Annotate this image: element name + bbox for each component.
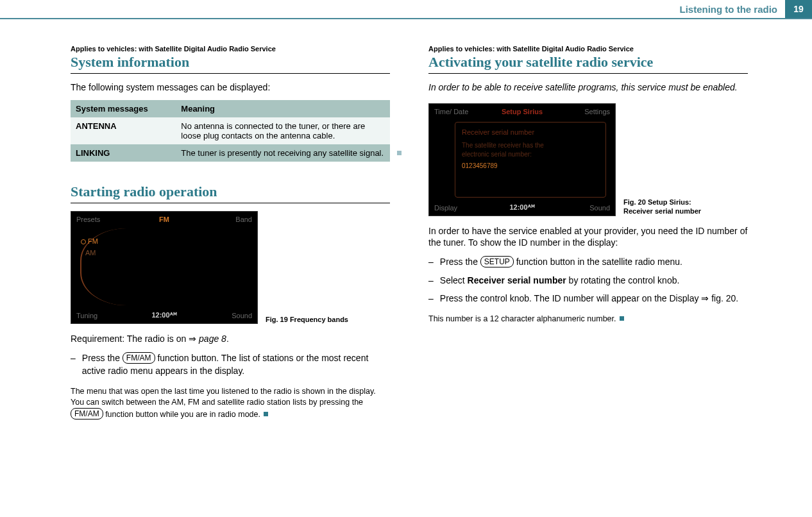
mmi-settings-label: Settings	[584, 108, 610, 115]
dash-icon: –	[428, 274, 434, 287]
mmi-box-line: electronic serial number:	[462, 150, 599, 159]
footer-note: The menu that was open the last time you…	[71, 386, 390, 420]
note-post: function button while you are in radio m…	[103, 410, 260, 419]
heading-activating-satellite: Activating your satellite radio service	[428, 54, 748, 74]
dash-icon: –	[71, 352, 76, 378]
mmi-serial-number: 0123456789	[462, 162, 599, 171]
footnote-text: This number is a 12 character alphanumer…	[428, 314, 616, 323]
mmi-option-fm: FM	[88, 237, 98, 245]
list-item: – Press the FM/AM function button. The l…	[71, 352, 390, 378]
step-text: Select	[440, 275, 468, 285]
end-square-icon	[264, 412, 268, 416]
step-text: Press the	[440, 257, 480, 267]
fm-am-button[interactable]: FM/AM	[71, 408, 103, 420]
end-square-icon	[620, 316, 624, 321]
page-number: 19	[785, 0, 812, 18]
step-text: Press the	[82, 353, 123, 363]
applies-to-label: Applies to vehicles: with Satellite Digi…	[71, 45, 390, 53]
mmi-arc-icon	[80, 228, 126, 305]
step-text: Press the control knob. The ID number wi…	[440, 293, 702, 303]
mmi-screen-fig19: Presets FM Band FM AM Tuning 12:00ᴬᴹ Sou…	[71, 211, 258, 324]
th-system-messages: System mes­sages	[71, 100, 176, 117]
lead-text: In order to be able to receive satellite…	[428, 81, 748, 94]
right-column: Applies to vehicles: with Satellite Digi…	[428, 45, 748, 420]
th-meaning: Meaning	[176, 100, 390, 117]
cell-antenna: ANTENNA	[71, 117, 176, 144]
note-pre: The menu that was open the last time you…	[71, 387, 376, 407]
system-messages-table: System mes­sages Meaning ANTENNA No ante…	[71, 100, 390, 162]
heading-system-information: System information	[71, 54, 390, 74]
dash-icon: –	[428, 255, 434, 268]
instruction-list-right: – Press the SETUP function button in the…	[428, 255, 748, 305]
req-pre: Requirement: The radio is on	[71, 334, 189, 344]
mmi-option-am: AM	[85, 249, 96, 257]
list-item: – Press the control knob. The ID number …	[428, 292, 748, 305]
table-header-row: System mes­sages Meaning	[71, 100, 390, 117]
mid-text: In order to have the service enabled at …	[428, 225, 748, 250]
arrow-icon: ⇒	[189, 334, 196, 344]
mmi-top-center-fm: FM	[71, 216, 257, 223]
cell-linking: LINKING	[71, 144, 176, 162]
fig19-caption: Fig. 19 Frequency bands	[266, 315, 362, 324]
figure-19: Presets FM Band FM AM Tuning 12:00ᴬᴹ Sou…	[71, 211, 390, 324]
arrow-icon: ⇒	[701, 293, 709, 303]
setup-button[interactable]: SETUP	[480, 256, 514, 267]
mmi-box-title: Receiver serial number	[462, 128, 599, 137]
period: .	[226, 334, 229, 344]
end-square-icon	[397, 151, 402, 155]
mmi-sound-label: Sound	[589, 204, 610, 212]
intro-text: The following system messages can be dis…	[71, 81, 390, 94]
instruction-list-left: – Press the FM/AM function button. The l…	[71, 352, 390, 378]
fig20-caption: Fig. 20 Setup Sirius: Receiver serial nu…	[623, 198, 720, 216]
page-link[interactable]: page 8	[199, 334, 226, 344]
dash-icon: –	[428, 292, 434, 305]
heading-starting-radio: Starting radio operation	[71, 183, 390, 203]
footnote: This number is a 12 character alphanumer…	[428, 314, 748, 325]
list-item: – Press the SETUP function button in the…	[428, 255, 748, 268]
chapter-title: Listening to the radio	[680, 4, 786, 15]
page-header: Listening to the radio 19	[0, 0, 812, 19]
step-text: function button in the satellite radio m…	[514, 257, 682, 267]
left-column: Applies to vehicles: with Satellite Digi…	[71, 45, 390, 420]
mmi-screen-fig20: Time/ Date Setup Sirius Settings Receive…	[428, 103, 616, 216]
mmi-box-line: The satellite receiver has the	[462, 141, 599, 150]
table-row: ANTENNA No antenna is connected to the t…	[71, 117, 390, 144]
mmi-band-label: Band	[235, 216, 252, 223]
cell-linking-meaning: The tuner is presently not receiving any…	[176, 144, 390, 162]
receiver-serial-bold: Receiver serial number	[468, 275, 566, 285]
mmi-sound-label: Sound	[232, 312, 252, 319]
mmi-clock-label: 12:00ᴬᴹ	[71, 311, 257, 319]
table-row: LINKING The tuner is presently not recei…	[71, 144, 390, 162]
list-item: – Select Receiver serial number by rotat…	[428, 274, 748, 287]
applies-to-label: Applies to vehicles: with Satellite Digi…	[428, 45, 748, 53]
cell-antenna-meaning: No antenna is connected to the tuner, or…	[176, 117, 390, 144]
fm-am-button[interactable]: FM/AM	[123, 352, 155, 364]
fig-ref: fig. 20.	[711, 293, 738, 303]
figure-20: Time/ Date Setup Sirius Settings Receive…	[428, 103, 748, 216]
mmi-serial-box: Receiver serial number The satellite rec…	[455, 122, 606, 198]
requirement-text: Requirement: The radio is on ⇒ page 8.	[71, 333, 390, 345]
step-text: by rotating the control knob.	[566, 275, 680, 285]
mmi-clock-label: 12:00ᴬᴹ	[429, 203, 615, 212]
